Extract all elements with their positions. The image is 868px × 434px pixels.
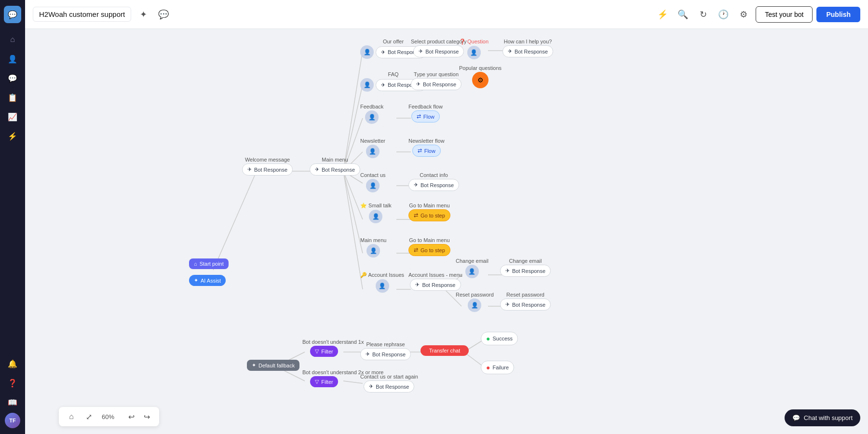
faq-icon: 👤	[360, 78, 374, 92]
reset-password-icon: 👤	[468, 298, 481, 312]
small-talk-node[interactable]: ⭐ Small talk 👤	[360, 203, 392, 223]
svg-line-31	[343, 381, 363, 383]
account-issues-icon: 👤	[376, 279, 389, 293]
svg-line-2	[343, 51, 363, 171]
contact-info-node[interactable]: Contact info ✈Bot Response	[408, 172, 459, 191]
ai-assist-node[interactable]: ✦ AI Assist	[189, 275, 226, 286]
select-product-node[interactable]: Select product category ✈Bot Response	[411, 39, 467, 57]
contact-start-again-node[interactable]: Contact us or start again ✈Bot Response	[360, 374, 418, 393]
svg-line-8	[343, 171, 363, 253]
our-offer-icon: 👤	[360, 45, 374, 59]
popular-questions-icon[interactable]: ⚙	[472, 72, 488, 88]
start-point-box[interactable]: ⌂ Start point	[189, 258, 229, 269]
account-issues-node[interactable]: 🔑 Account Issues 👤	[360, 272, 404, 293]
flow-canvas: ⌂ Start point ✦ AI Assist Welcome messag…	[25, 29, 868, 434]
refresh-button[interactable]: ↻	[695, 6, 711, 23]
change-email-resp-node[interactable]: Change email ✈Bot Response	[500, 258, 551, 277]
main-menu-node[interactable]: Main menu ✈Bot Response	[310, 157, 360, 176]
question-node[interactable]: ❓ Question 👤	[459, 39, 488, 59]
filter-2-node[interactable]: Bot doesn't understand 2x or more ▽Filte…	[302, 369, 346, 387]
go-to-main-menu-1-node[interactable]: Go to Main menu ⇄Go to step	[408, 203, 450, 221]
svg-line-7	[343, 171, 363, 219]
lightning-button[interactable]: ⚡	[654, 6, 671, 23]
small-talk-icon: 👤	[369, 210, 382, 223]
svg-line-9	[343, 171, 363, 289]
chat-support-button[interactable]: 💬 Chat with support	[785, 409, 860, 426]
contact-us-icon: 👤	[366, 179, 380, 192]
fit-view-button[interactable]: ⌂	[65, 410, 78, 423]
newsletter-node[interactable]: Newsletter 👤	[360, 138, 385, 158]
failure-node[interactable]: ●Failure	[481, 361, 514, 374]
test-bot-button[interactable]: Test your bot	[756, 6, 813, 23]
sidebar: 💬 ⌂ 👤 💬 📋 📈 ⚡ 🔔 ❓ 📖 TF	[0, 0, 25, 434]
svg-line-0	[213, 171, 257, 270]
how-can-help-node[interactable]: How can I help you? ✈Bot Response	[502, 39, 553, 57]
type-question-node[interactable]: Type your question ✈Bot Response	[411, 71, 461, 90]
default-fallback-node[interactable]: ✦Default fallback	[247, 360, 299, 371]
main-menu-icon: 👤	[366, 244, 380, 258]
chat-icon-button[interactable]: 💬	[155, 6, 172, 23]
sidebar-item-dashboard[interactable]: ⌂	[4, 31, 21, 48]
sidebar-item-reports[interactable]: 📋	[4, 89, 21, 106]
magic-button[interactable]: ✦	[135, 6, 151, 23]
zoom-level: 60%	[99, 413, 117, 420]
sidebar-item-integrations[interactable]: ⚡	[4, 127, 21, 145]
fullscreen-button[interactable]: ⤢	[82, 410, 95, 423]
sidebar-logo: 💬	[4, 6, 21, 23]
popular-questions-node[interactable]: Popular questions ⚙	[459, 65, 502, 88]
success-node[interactable]: ●Success	[481, 332, 518, 345]
start-point-node[interactable]: ⌂ Start point	[189, 258, 229, 269]
contact-us-node[interactable]: Contact us 👤	[360, 172, 386, 192]
ai-assist-box[interactable]: ✦ AI Assist	[189, 275, 226, 286]
please-rephrase-node[interactable]: Please rephrase ✈Bot Response	[360, 341, 411, 360]
filter-1-node[interactable]: Bot doesn't understand 1x ▽Filter	[302, 339, 346, 357]
topbar-right: ⚡ 🔍 ↻ 🕐 ⚙ Test your bot Publish	[654, 6, 860, 23]
reset-password-node[interactable]: Reset password 👤	[456, 292, 494, 312]
main-menu-flow-node[interactable]: Main menu 👤	[360, 237, 386, 258]
settings-button[interactable]: ⚙	[735, 6, 752, 23]
bot-title[interactable]: H2Woah customer support	[33, 7, 131, 22]
newsletter-flow-node[interactable]: Newsletter flow ⇄Flow	[408, 138, 445, 157]
main-content: H2Woah customer support ✦ 💬 ⚡ 🔍 ↻ 🕐 ⚙ Te…	[25, 0, 868, 434]
undo-button[interactable]: ↩	[124, 410, 138, 423]
sidebar-item-analytics[interactable]: 📈	[4, 108, 21, 125]
chat-support-icon: 💬	[792, 414, 800, 421]
avatar[interactable]: TF	[5, 413, 20, 428]
publish-button[interactable]: Publish	[816, 7, 860, 22]
sidebar-item-notifications[interactable]: 🔔	[4, 355, 21, 372]
feedback-flow-node[interactable]: Feedback flow ⇄Flow	[408, 104, 443, 122]
change-email-icon: 👤	[465, 265, 479, 278]
history-button[interactable]: 🕐	[715, 6, 732, 23]
change-email-node[interactable]: Change email 👤	[456, 258, 488, 278]
zoom-nav: ↩ ↪	[124, 410, 153, 423]
chat-support-label: Chat with support	[804, 414, 853, 421]
newsletter-icon: 👤	[366, 145, 380, 158]
sidebar-item-users[interactable]: 👤	[4, 50, 21, 68]
feedback-node[interactable]: Feedback 👤	[360, 104, 383, 124]
question-icon: 👤	[467, 46, 481, 59]
welcome-message-node[interactable]: Welcome message ✈Bot Response	[242, 157, 293, 176]
bottombar: ⌂ ⤢ 60% ↩ ↪	[59, 407, 159, 426]
reset-password-resp-node[interactable]: Reset password ✈Bot Response	[500, 292, 551, 311]
go-to-main-menu-2-node[interactable]: Go to Main menu ⇄Go to step	[408, 237, 450, 256]
feedback-icon: 👤	[365, 110, 379, 124]
sidebar-item-conversations[interactable]: 💬	[4, 69, 21, 87]
sidebar-item-help[interactable]: ❓	[4, 374, 21, 392]
transfer-chat-node[interactable]: Transfer chat	[420, 345, 469, 356]
redo-button[interactable]: ↪	[140, 410, 153, 423]
search-button[interactable]: 🔍	[675, 6, 691, 23]
account-issues-menu-node[interactable]: Account Issues - menu ✈Bot Response	[408, 272, 462, 291]
topbar: H2Woah customer support ✦ 💬 ⚡ 🔍 ↻ 🕐 ⚙ Te…	[25, 0, 868, 29]
sidebar-item-learn[interactable]: 📖	[4, 393, 21, 411]
